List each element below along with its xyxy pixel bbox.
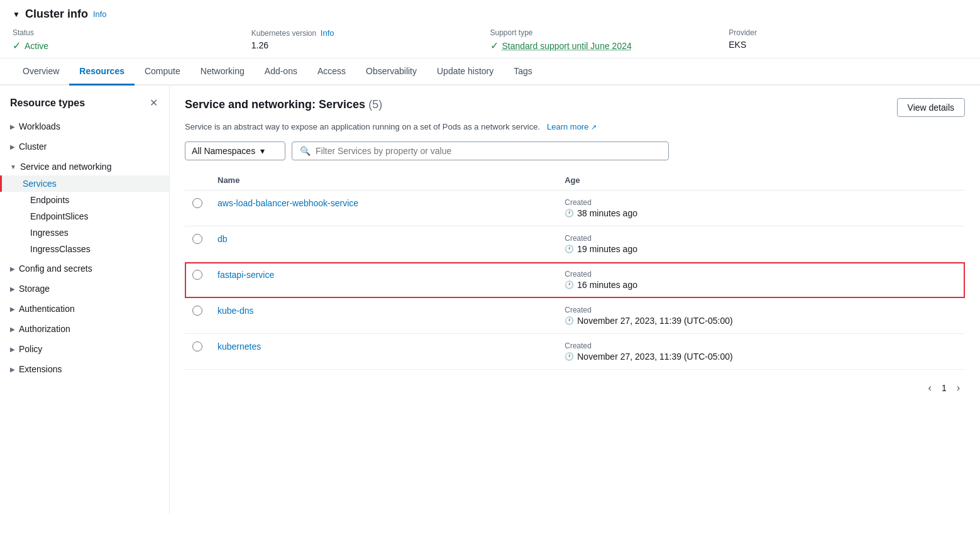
row-name-cell: kubernetes [210, 334, 557, 370]
status-value: ✓ Active [13, 40, 239, 52]
row-name-cell: fastapi-service [210, 262, 557, 298]
content-title: Service and networking: Services (5) [185, 98, 382, 111]
ingressclasses-label: IngressClasses [30, 244, 91, 254]
tab-tags[interactable]: Tags [504, 58, 542, 86]
sidebar-item-authentication[interactable]: ▶ Authentication [0, 300, 169, 318]
sidebar-item-ingressclasses[interactable]: IngressClasses [0, 241, 169, 257]
tab-observability[interactable]: Observability [356, 58, 427, 86]
search-input[interactable] [316, 146, 661, 156]
tabs-bar: Overview Resources Compute Networking Ad… [0, 58, 980, 86]
provider-label: Provider [729, 28, 955, 37]
content-panel: Service and networking: Services (5) Vie… [170, 86, 980, 514]
row-radio-db[interactable] [192, 234, 202, 244]
col-name: Name [210, 170, 557, 191]
workloads-label: Workloads [19, 121, 60, 131]
sidebar-item-policy[interactable]: ▶ Policy [0, 340, 169, 358]
age-text: 38 minutes ago [577, 208, 637, 218]
sidebar-item-extensions[interactable]: ▶ Extensions [0, 360, 169, 378]
row-radio-kube-dns[interactable] [192, 306, 202, 316]
content-title-text: Service and networking: Services [185, 98, 365, 111]
meta-status: Status ✓ Active [13, 28, 251, 52]
sidebar-section-authorization: ▶ Authorization [0, 320, 169, 338]
support-link[interactable]: Standard support until June 2024 [502, 41, 632, 51]
table-row: kube-dnsCreated🕐November 27, 2023, 11:39… [185, 298, 965, 334]
service-link-aws-lb-webhook[interactable]: aws-load-balancer-webhook-service [217, 198, 358, 208]
row-radio-fastapi-service[interactable] [192, 270, 202, 280]
sidebar-item-storage[interactable]: ▶ Storage [0, 280, 169, 297]
content-title-area: Service and networking: Services (5) [185, 98, 382, 111]
table-row: kubernetesCreated🕐November 27, 2023, 11:… [185, 334, 965, 370]
support-label: Support type [490, 28, 717, 37]
row-radio-aws-lb-webhook[interactable] [192, 198, 202, 208]
clock-icon: 🕐 [564, 352, 574, 361]
table-row: aws-load-balancer-webhook-serviceCreated… [185, 191, 965, 226]
cluster-info-link[interactable]: Info [93, 9, 107, 19]
authentication-label: Authentication [19, 304, 75, 314]
collapse-arrow[interactable]: ▼ [13, 10, 20, 19]
age-value: 🕐16 minutes ago [564, 280, 957, 290]
age-label: Created [564, 341, 957, 350]
tab-addons[interactable]: Add-ons [255, 58, 307, 86]
sidebar-item-authorization[interactable]: ▶ Authorization [0, 320, 169, 338]
sidebar-item-endpointslices[interactable]: EndpointSlices [0, 208, 169, 224]
namespace-select[interactable]: All Namespaces ▾ [185, 141, 285, 160]
age-label: Created [564, 198, 957, 207]
sidebar-item-workloads[interactable]: ▶ Workloads [0, 118, 169, 135]
service-link-kubernetes[interactable]: kubernetes [217, 341, 261, 352]
sidebar-section-authentication: ▶ Authentication [0, 300, 169, 318]
pagination: ‹ 1 › [923, 375, 965, 401]
age-value: 🕐November 27, 2023, 11:39 (UTC-05:00) [564, 316, 957, 326]
clock-icon: 🕐 [564, 316, 574, 325]
content-count: (5) [368, 98, 382, 111]
tab-resources[interactable]: Resources [69, 58, 135, 86]
content-header: Service and networking: Services (5) Vie… [185, 98, 965, 117]
storage-label: Storage [19, 284, 50, 294]
sidebar-title: Resource types [10, 97, 85, 109]
search-box: 🔍 [292, 141, 669, 160]
age-value: 🕐November 27, 2023, 11:39 (UTC-05:00) [564, 352, 957, 362]
main-content: Resource types ✕ ▶ Workloads ▶ Cluster ▼… [0, 86, 980, 514]
pagination-container: ‹ 1 › [185, 375, 965, 401]
row-age-cell: Created🕐November 27, 2023, 11:39 (UTC-05… [557, 298, 965, 334]
meta-support: Support type ✓ Standard support until Ju… [490, 28, 729, 52]
sidebar-item-service-networking[interactable]: ▼ Service and networking [0, 158, 169, 175]
tab-networking[interactable]: Networking [190, 58, 255, 86]
row-age-cell: Created🕐38 minutes ago [557, 191, 965, 226]
pagination-prev[interactable]: ‹ [923, 380, 937, 396]
service-link-fastapi-service[interactable]: fastapi-service [217, 270, 274, 280]
service-link-db[interactable]: db [217, 234, 228, 244]
cluster-header: ▼ Cluster info Info Status ✓ Active Kube… [0, 0, 980, 58]
row-age-cell: Created🕐16 minutes ago [557, 262, 965, 298]
learn-more-link[interactable]: Learn more ↗ [544, 122, 597, 131]
table-header-row: Name Age [185, 170, 965, 191]
sidebar-close-button[interactable]: ✕ [148, 96, 159, 110]
search-icon: 🔍 [300, 146, 311, 156]
row-radio-kubernetes[interactable] [192, 341, 202, 352]
ingresses-label: Ingresses [30, 228, 69, 238]
sidebar-item-endpoints[interactable]: Endpoints [0, 192, 169, 208]
endpoints-label: Endpoints [30, 195, 69, 205]
age-text: 16 minutes ago [577, 280, 637, 290]
tab-compute[interactable]: Compute [135, 58, 190, 86]
row-age-cell: Created🕐19 minutes ago [557, 226, 965, 262]
view-details-button[interactable]: View details [897, 98, 965, 117]
workloads-arrow: ▶ [10, 123, 15, 130]
sidebar-item-config[interactable]: ▶ Config and secrets [0, 260, 169, 277]
cluster-title: Cluster info [25, 8, 88, 21]
tab-update-history[interactable]: Update history [427, 58, 504, 86]
sidebar-item-services[interactable]: Services [0, 175, 169, 192]
service-networking-label: Service and networking [20, 162, 112, 172]
row-name-cell: kube-dns [210, 298, 557, 334]
pagination-next[interactable]: › [952, 380, 965, 396]
provider-value: EKS [729, 40, 955, 50]
service-link-kube-dns[interactable]: kube-dns [217, 306, 254, 316]
cluster-arrow: ▶ [10, 143, 15, 150]
sidebar-item-ingresses[interactable]: Ingresses [0, 224, 169, 241]
tab-access[interactable]: Access [307, 58, 356, 86]
tab-overview[interactable]: Overview [13, 58, 69, 86]
sidebar-item-cluster[interactable]: ▶ Cluster [0, 138, 169, 155]
support-check-icon: ✓ [490, 40, 498, 52]
services-table-body: aws-load-balancer-webhook-serviceCreated… [185, 191, 965, 370]
kubernetes-info-link[interactable]: Info [321, 28, 334, 38]
meta-kubernetes: Kubernetes version Info 1.26 [251, 28, 490, 50]
